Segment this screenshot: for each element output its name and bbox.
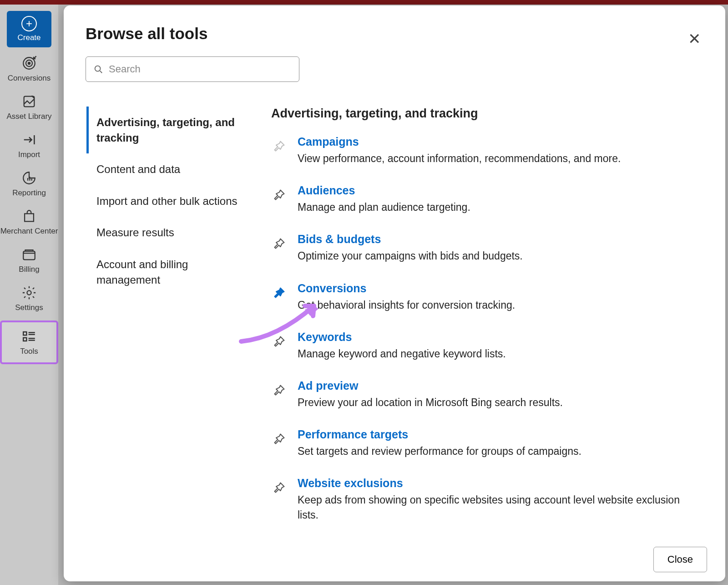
shopping-icon (21, 209, 37, 224)
sidebar-item-billing[interactable]: Billing (0, 239, 58, 277)
category-advertising[interactable]: Advertising, targeting, and tracking (86, 107, 258, 153)
target-icon (21, 56, 37, 71)
tool-link[interactable]: Bids & budgets (298, 233, 381, 246)
svg-rect-4 (23, 251, 35, 259)
search-input[interactable] (109, 63, 292, 75)
modal-title: Browse all tools (86, 25, 707, 43)
sidebar-item-label: Settings (15, 303, 43, 312)
tool-description: Keep ads from showing on specific websit… (298, 493, 693, 522)
sidebar-item-label: Billing (19, 265, 39, 274)
pin-icon[interactable] (271, 382, 288, 398)
sidebar-item-label: Asset Library (6, 112, 51, 121)
tool-description: Manage keyword and negative keyword list… (298, 346, 693, 361)
svg-rect-6 (23, 332, 26, 335)
tool-description: Get behavioral insights for conversion t… (298, 298, 693, 312)
search-field[interactable] (86, 56, 299, 82)
sidebar-item-label: Merchant Center (0, 227, 58, 236)
svg-point-5 (27, 290, 31, 295)
svg-rect-7 (23, 338, 26, 341)
tool-description: Preview your ad location in Microsoft Bi… (298, 395, 693, 410)
sidebar-item-merchant-center[interactable]: Merchant Center (0, 200, 58, 239)
tool-row: Ad previewPreview your ad location in Mi… (271, 379, 693, 410)
sidebar-item-settings[interactable]: Settings (0, 277, 58, 315)
tool-row: AudiencesManage and plan audience target… (271, 184, 693, 214)
tool-link[interactable]: Campaigns (298, 135, 359, 148)
browse-tools-modal: Browse all tools ✕ Advertising, targetin… (64, 5, 725, 581)
tool-row: Bids & budgetsOptimize your campaigns wi… (271, 233, 693, 263)
pin-icon[interactable] (271, 235, 288, 252)
sidebar-item-reporting[interactable]: Reporting (0, 162, 58, 200)
close-button[interactable]: Close (653, 547, 707, 572)
category-content-data[interactable]: Content and data (86, 153, 258, 185)
pin-icon[interactable] (271, 333, 288, 350)
tool-link[interactable]: Website exclusions (298, 477, 403, 490)
pin-icon[interactable] (271, 479, 288, 496)
sidebar-item-tools[interactable]: Tools (0, 320, 58, 364)
tool-description: Manage and plan audience targeting. (298, 200, 693, 214)
category-import-bulk[interactable]: Import and other bulk actions (86, 185, 258, 217)
sidebar-item-import[interactable]: Import (0, 124, 58, 162)
svg-point-2 (28, 62, 30, 64)
tool-row: Performance targetsSet targets and revie… (271, 428, 693, 458)
sidebar-item-conversions[interactable]: Conversions (0, 47, 58, 86)
tool-description: Optimize your campaigns with bids and bu… (298, 249, 693, 263)
tool-link[interactable]: Keywords (298, 331, 352, 344)
library-icon (21, 94, 37, 109)
tool-link[interactable]: Conversions (298, 282, 366, 295)
tool-link[interactable]: Audiences (298, 184, 355, 197)
tool-row: Website exclusionsKeep ads from showing … (271, 477, 693, 522)
sidebar-item-asset-library[interactable]: Asset Library (0, 86, 58, 124)
create-button[interactable]: + Create (7, 11, 51, 47)
close-icon[interactable]: ✕ (688, 31, 701, 46)
search-icon (93, 64, 103, 74)
import-icon (21, 132, 37, 148)
tools-panel: Advertising, targeting, and tracking Cam… (268, 107, 707, 543)
sidebar-item-label: Tools (20, 347, 38, 356)
sidebar-item-label: Import (18, 150, 40, 159)
tool-row: KeywordsManage keyword and negative keyw… (271, 331, 693, 361)
pin-icon[interactable] (271, 187, 288, 203)
tool-link[interactable]: Ad preview (298, 379, 358, 392)
tool-row: ConversionsGet behavioral insights for c… (271, 282, 693, 312)
tool-link[interactable]: Performance targets (298, 428, 408, 441)
plus-icon: + (21, 16, 37, 31)
pin-icon[interactable] (271, 138, 288, 154)
left-sidebar: + Create Conversions Asset Library Impor… (0, 5, 58, 585)
svg-point-8 (95, 66, 101, 71)
reporting-icon (21, 170, 37, 186)
tool-description: View performance, account information, r… (298, 151, 693, 166)
tools-icon (21, 329, 37, 344)
sidebar-item-label: Reporting (12, 188, 46, 198)
pin-icon[interactable] (271, 431, 288, 447)
tool-row: CampaignsView performance, account infor… (271, 135, 693, 166)
category-account-billing[interactable]: Account and billing management (86, 249, 258, 295)
svg-rect-3 (24, 97, 35, 107)
wallet-icon (21, 247, 37, 262)
sidebar-item-label: Conversions (8, 74, 51, 83)
category-list: Advertising, targeting, and tracking Con… (86, 107, 258, 543)
gear-icon (21, 285, 37, 300)
section-title: Advertising, targeting, and tracking (271, 107, 693, 121)
category-measure-results[interactable]: Measure results (86, 217, 258, 249)
create-label: Create (17, 33, 40, 42)
pin-icon[interactable] (271, 285, 288, 301)
tool-description: Set targets and review performance for g… (298, 444, 693, 458)
